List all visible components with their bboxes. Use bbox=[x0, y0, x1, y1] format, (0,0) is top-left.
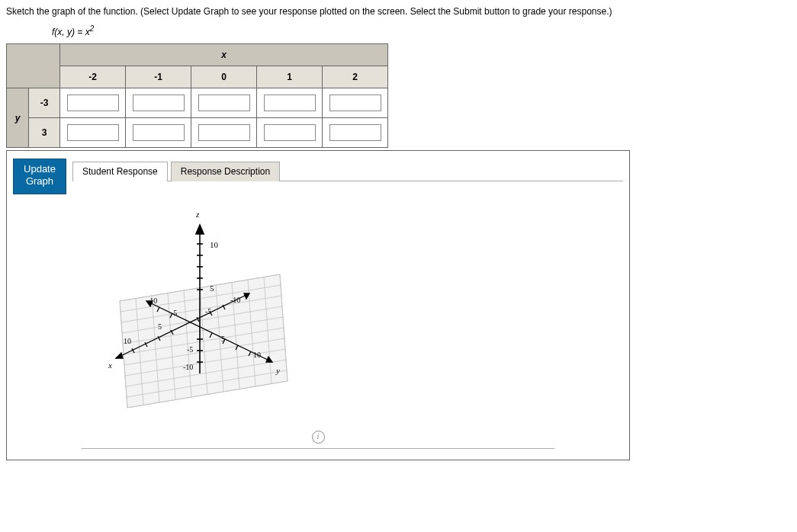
info-icon[interactable]: i bbox=[312, 431, 325, 444]
svg-text:5: 5 bbox=[158, 322, 162, 331]
svg-text:y: y bbox=[275, 366, 280, 375]
svg-text:5: 5 bbox=[210, 284, 214, 293]
divider bbox=[82, 448, 554, 449]
plot-3d: z x y 10 5 10 5 -5 -10 -10 -5 5 10 -5 -1… bbox=[74, 202, 333, 431]
svg-marker-24 bbox=[116, 353, 123, 358]
svg-marker-43 bbox=[196, 225, 204, 234]
col-label-3: 1 bbox=[257, 66, 323, 88]
svg-text:-10: -10 bbox=[183, 363, 193, 371]
row-label-0: -3 bbox=[29, 88, 60, 118]
equation: f(x, y) = x2 bbox=[52, 24, 791, 37]
y-axis-header: y bbox=[7, 88, 29, 148]
table-corner bbox=[7, 44, 60, 88]
cell-input-r1c4[interactable] bbox=[329, 124, 381, 141]
grid-plane bbox=[120, 274, 288, 408]
cell-input-r1c2[interactable] bbox=[198, 124, 250, 141]
svg-text:10: 10 bbox=[253, 351, 261, 359]
svg-text:10: 10 bbox=[124, 337, 131, 345]
cell-input-r0c1[interactable] bbox=[133, 95, 185, 111]
cell-input-r1c0[interactable] bbox=[67, 124, 119, 141]
col-label-4: 2 bbox=[323, 66, 388, 88]
col-label-1: -1 bbox=[126, 66, 191, 88]
svg-text:5: 5 bbox=[221, 335, 225, 343]
svg-text:-5: -5 bbox=[187, 345, 193, 354]
cell-input-r0c4[interactable] bbox=[329, 95, 381, 111]
cell-input-r0c3[interactable] bbox=[264, 95, 316, 111]
cell-input-r1c1[interactable] bbox=[133, 124, 185, 141]
row-label-1: 3 bbox=[29, 118, 60, 148]
svg-text:z: z bbox=[195, 210, 200, 219]
graph-panel: Update Graph Student Response Response D… bbox=[6, 150, 630, 460]
axes-3d-svg: z x y 10 5 10 5 -5 -10 -10 -5 5 10 -5 -1… bbox=[74, 202, 333, 431]
col-label-0: -2 bbox=[60, 66, 126, 88]
cell-input-r0c0[interactable] bbox=[67, 95, 119, 111]
svg-text:-10: -10 bbox=[230, 296, 240, 304]
col-label-2: 0 bbox=[191, 66, 257, 88]
update-graph-button[interactable]: Update Graph bbox=[13, 159, 66, 194]
svg-text:x: x bbox=[108, 361, 112, 370]
equation-exponent: 2 bbox=[90, 24, 95, 33]
data-table: x -2 -1 0 1 2 y -3 3 bbox=[6, 43, 388, 148]
tab-bar: Student Response Response Description bbox=[72, 161, 623, 181]
tab-student-response[interactable]: Student Response bbox=[72, 162, 168, 181]
svg-text:-5: -5 bbox=[171, 309, 177, 317]
svg-text:10: 10 bbox=[210, 240, 219, 249]
instructions-text: Sketch the graph of the function. (Selec… bbox=[6, 6, 791, 17]
cell-input-r0c2[interactable] bbox=[198, 95, 250, 111]
x-axis-header: x bbox=[60, 44, 388, 66]
svg-text:-10: -10 bbox=[147, 296, 157, 305]
equation-lhs: f(x, y) = x bbox=[52, 27, 90, 37]
svg-text:-5: -5 bbox=[205, 307, 211, 316]
tab-response-description[interactable]: Response Description bbox=[171, 162, 280, 181]
cell-input-r1c3[interactable] bbox=[264, 124, 316, 141]
